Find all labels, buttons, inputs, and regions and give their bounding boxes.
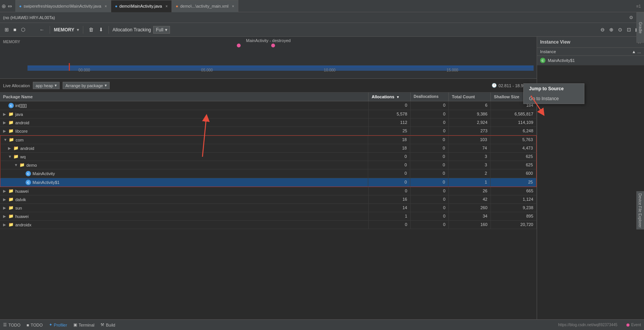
time-2: 10.000 <box>324 68 336 72</box>
zoom-in-btn[interactable]: ⊕ <box>608 26 615 33</box>
col-allocations[interactable]: Allocations ▼ <box>369 93 411 101</box>
toolbar-capture-btn[interactable]: ⬡ <box>19 26 27 33</box>
row-name: android <box>15 120 29 125</box>
table-row[interactable]: ▶📁huawei0026665 <box>0 187 537 195</box>
context-jump-to-source[interactable]: Jump to Source <box>524 84 584 94</box>
shallow-cell: 5,763 <box>490 136 536 144</box>
folder-icon: 📁 <box>8 120 14 125</box>
tab-close-active[interactable]: × <box>165 4 168 8</box>
table-row[interactable]: ▼📁com1801035,763 <box>0 135 537 144</box>
table-row[interactable]: ▼📁demo003625 <box>0 161 537 169</box>
dealloc-cell: 0 <box>410 144 448 152</box>
tab-label-xml: demo\...\activity_main.xml <box>180 4 229 8</box>
tab-close-btn[interactable]: × <box>105 4 107 8</box>
alloc-cell: 0 <box>369 101 411 110</box>
arrange-dropdown[interactable]: Arrange by package ▾ <box>63 82 109 89</box>
table-row[interactable]: ▶📁dalvik160421,124 <box>0 195 537 204</box>
expand-btn[interactable]: ▶ <box>3 112 7 116</box>
bottom-build[interactable]: ⚒ Build <box>100 322 115 327</box>
gear-icon[interactable]: ⚙ <box>629 15 633 20</box>
context-go-to-instance[interactable]: Go to Instance <box>524 94 584 104</box>
table-container: Package Name Allocations ▼ Deallocations… <box>0 93 537 319</box>
expand-btn[interactable]: ▶ <box>3 206 7 210</box>
device-file-tab[interactable]: Device File Explorer <box>636 191 644 229</box>
table-row[interactable]: CMainActivity$100125 <box>0 178 537 187</box>
table-row[interactable]: ▶📁java5,57809,3866,585,817 <box>0 110 537 119</box>
package-name-cell: CMainActivity <box>0 169 368 178</box>
total-cell: 2,924 <box>449 119 491 127</box>
col-dealloc[interactable]: Deallocations <box>411 93 449 101</box>
instance-header: Instance View × <box>537 37 644 48</box>
expand-btn[interactable]: ▶ <box>3 214 7 218</box>
separator1 <box>50 26 50 34</box>
expand-btn[interactable]: ▶ <box>8 146 12 150</box>
bottom-todo2[interactable]: ■ TODO <box>27 323 43 327</box>
row-name: wq <box>20 154 26 159</box>
tab-icon-split[interactable]: ⇔ <box>8 3 12 9</box>
toolbar-stop-btn[interactable]: ■ <box>12 26 18 33</box>
table-row[interactable]: ▼📁wq003625 <box>0 153 537 161</box>
alloc-cell: 0 <box>368 153 410 161</box>
folder-icon: 📁 <box>13 146 19 151</box>
time-1: 05.000 <box>201 68 213 72</box>
table-row[interactable]: ▶📁android11202,924114,109 <box>0 119 537 127</box>
expand-btn[interactable]: ▶ <box>3 120 7 125</box>
dealloc-cell: 0 <box>411 212 449 220</box>
filter-row: Live Allocation app heap ▾ Arrange by pa… <box>0 79 537 93</box>
tab-close-xml[interactable]: × <box>232 4 234 8</box>
alloc-cell: 0 <box>369 187 411 195</box>
memory-dropdown-icon[interactable]: ▾ <box>77 27 79 33</box>
full-label: Full <box>156 27 163 33</box>
tab-activity-main[interactable]: ● demo\...\activity_main.xml × <box>172 0 238 12</box>
table-row[interactable]: ▶📁sun1402609,238 <box>0 204 537 212</box>
total-cell: 273 <box>449 127 491 135</box>
table-row[interactable]: ▶📁androidx0016020,720 <box>0 221 537 229</box>
expand-btn[interactable]: ▼ <box>14 163 18 167</box>
bottom-todo[interactable]: ☰ TODO <box>3 322 21 327</box>
table-row[interactable]: ▶📁huawei1034895 <box>0 212 537 221</box>
total-cell: 6 <box>449 101 491 110</box>
bottom-profiler[interactable]: ✦ Profiler <box>49 322 67 327</box>
shallow-cell: 4,473 <box>490 144 536 152</box>
dealloc-cell: 0 <box>410 153 448 161</box>
full-dropdown[interactable]: Full ▾ <box>153 26 170 34</box>
bottom-terminal[interactable]: ▣ Terminal <box>73 322 95 327</box>
toolbar-back-btn[interactable]: ← <box>38 26 46 33</box>
expand-btn[interactable]: ▼ <box>3 138 7 142</box>
expand-btn[interactable]: ▶ <box>3 197 7 202</box>
col-total[interactable]: Total Count <box>449 93 491 101</box>
expand-btn[interactable]: ▶ <box>3 223 7 227</box>
zoom-out-btn[interactable]: ⊖ <box>599 26 606 33</box>
tab-bar: ⊕ ⇔ ● swiperefreshlayoutdemo\MainActivit… <box>0 0 644 12</box>
toolbar-squares-btn[interactable]: ⊞ <box>3 26 10 33</box>
expand-btn[interactable]: ▶ <box>3 189 7 193</box>
toolbar-delete-btn[interactable]: 🗑 <box>87 26 95 33</box>
total-cell: 9,386 <box>449 110 491 118</box>
dealloc-cell: 0 <box>411 221 449 229</box>
device-bar: (no (HUAWEI HRY-AL00Ta) ⚙ — <box>0 12 644 23</box>
row-name: com <box>16 138 24 142</box>
expand-btn[interactable]: ▼ <box>8 154 12 159</box>
table-row[interactable]: Cint[][][]006184 <box>0 101 537 110</box>
tab-icon-left[interactable]: ⊕ <box>2 3 6 9</box>
zoom-fit-btn[interactable]: ⊡ <box>625 26 633 33</box>
toolbar-download-btn[interactable]: ⬇ <box>97 26 105 33</box>
folder-icon: 📁 <box>9 137 14 142</box>
instance-row-0[interactable]: C MainActivity$1 <box>537 56 644 65</box>
instance-sort-icon[interactable]: ▲ <box>632 49 636 54</box>
tab-swiperefresh[interactable]: ● swiperefreshlayoutdemo\MainActivity.ja… <box>15 0 111 12</box>
col-package-name[interactable]: Package Name <box>0 93 369 101</box>
dealloc-cell: 0 <box>411 127 449 135</box>
gradle-tab[interactable]: Gradle <box>636 12 644 43</box>
instance-more-icon[interactable]: ... <box>638 49 641 54</box>
table-header: Package Name Allocations ▼ Deallocations… <box>0 93 537 101</box>
tab-mainactivity[interactable]: ● demo\MainActivity.java × <box>111 0 172 12</box>
table-row[interactable]: ▶📁android180744,473 <box>0 144 537 153</box>
zoom-reset-btn[interactable]: ⊙ <box>616 26 624 33</box>
row-name: demo <box>26 163 37 167</box>
table-row[interactable]: CMainActivity002600 <box>0 169 537 178</box>
chart-timeline: 00.000 05.000 10.000 15.000 <box>0 68 537 72</box>
heap-dropdown[interactable]: app heap ▾ <box>33 82 60 89</box>
table-row[interactable]: ▶📁libcore2502736,248 <box>0 127 537 135</box>
expand-btn[interactable]: ▶ <box>3 129 7 133</box>
